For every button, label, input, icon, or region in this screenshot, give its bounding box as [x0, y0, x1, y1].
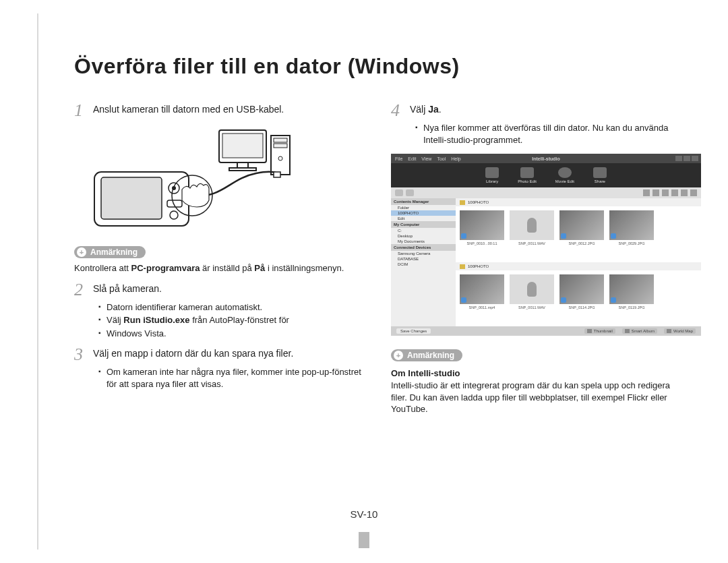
- step-2: 2 Slå på kameran.: [74, 283, 371, 299]
- globe-icon: [667, 329, 671, 333]
- svg-rect-9: [101, 177, 162, 219]
- step-text: Anslut kameran till datorn med en USB-ka…: [93, 103, 284, 116]
- thumbnail[interactable]: SNP_0010...00:11: [460, 210, 504, 258]
- film-reel-icon: [558, 167, 572, 178]
- view-world-map[interactable]: World Map: [664, 328, 696, 334]
- step-number: 4: [391, 102, 410, 119]
- tool-icon[interactable]: [671, 189, 678, 196]
- view-thumbnail[interactable]: Thumbnail: [584, 328, 615, 334]
- close-icon[interactable]: [692, 156, 698, 161]
- tab-share[interactable]: Share: [593, 167, 607, 183]
- folder-icon: [460, 200, 465, 205]
- sidebar-item[interactable]: DCIM: [391, 262, 456, 267]
- t: Om kameran inte har några nya filer, kom…: [107, 366, 371, 390]
- minimize-icon[interactable]: [675, 156, 682, 161]
- sidebar-item[interactable]: Desktop: [391, 233, 456, 239]
- svg-point-13: [170, 211, 178, 219]
- filetype-icon: [461, 297, 466, 303]
- manual-page: Överföra filer till en dator (Windows) 1…: [0, 0, 728, 563]
- t: Ja: [428, 104, 439, 115]
- right-column: 4 Välj Ja. ▪ Nya filer kommer att överfö…: [391, 99, 688, 423]
- left-column: 1 Anslut kameran till datorn med en USB-…: [74, 99, 371, 423]
- step-2-bullet: ▪ Windows Vista.: [98, 328, 371, 340]
- folder-icon: [460, 264, 465, 269]
- t: PC-programvara: [131, 263, 200, 273]
- camera-icon: [485, 167, 499, 178]
- sidebar-item[interactable]: 100PHOTO: [391, 210, 456, 216]
- thumbnail[interactable]: SNP_0119.JPG: [609, 274, 654, 322]
- back-button[interactable]: [395, 189, 403, 196]
- sidebar-item[interactable]: My Documents: [391, 239, 456, 244]
- filetype-icon: [461, 233, 466, 239]
- caption: SNP_0012.JPG: [569, 241, 595, 245]
- app-menubar: File Edit View Tool Help Intelli-studio: [391, 154, 701, 163]
- filetype-icon: [561, 233, 566, 239]
- thumbnail[interactable]: SNP_0011.WAV: [510, 210, 554, 258]
- t: World Map: [673, 329, 693, 333]
- sidebar-item[interactable]: Edit: [391, 216, 456, 221]
- t: Kontrollera att: [74, 263, 131, 273]
- app-tabs: Library Photo Edit Movie Edit Share: [391, 163, 701, 187]
- t: Välj: [410, 104, 428, 115]
- app-body: Contents Manager Folder 100PHOTO Edit My…: [391, 198, 701, 326]
- sidebar-head: Connected Devices: [391, 244, 456, 251]
- note-badge: + Anmärkning: [391, 349, 462, 361]
- bullet-icon: ▪: [98, 314, 107, 326]
- t: .: [439, 104, 442, 115]
- t: Run iStudio.exe: [123, 315, 189, 325]
- step-4-bullet: ▪ Nya filer kommer att överföras till di…: [415, 122, 688, 146]
- album-icon: [625, 329, 630, 333]
- intelli-studio-screenshot: File Edit View Tool Help Intelli-studio …: [391, 154, 701, 336]
- share-icon: [593, 167, 607, 178]
- caption: SNP_0119.JPG: [619, 305, 645, 309]
- thumbnail[interactable]: SNP_0012.JPG: [559, 210, 604, 258]
- tool-icon[interactable]: [643, 189, 650, 196]
- step-text: Välj Ja.: [410, 103, 442, 116]
- svg-rect-2: [237, 162, 248, 168]
- sidebar-item[interactable]: Samsung Camera: [391, 251, 456, 256]
- thumbnail[interactable]: SNP_0011.mp4: [460, 274, 504, 322]
- forward-button[interactable]: [406, 189, 414, 196]
- tool-icon[interactable]: [681, 189, 688, 196]
- thumbnail[interactable]: SNP_0029.JPG: [609, 210, 654, 258]
- svg-rect-16: [274, 172, 280, 177]
- tool-icon[interactable]: [653, 189, 659, 196]
- sidebar-item[interactable]: C:: [391, 228, 456, 233]
- t: Välj Run iStudio.exe från AutoPlay-fönst…: [107, 314, 289, 326]
- caption: SNP_0011.WAV: [518, 241, 545, 245]
- step-1: 1 Anslut kameran till datorn med en USB-…: [74, 103, 371, 119]
- tab-movie-edit[interactable]: Movie Edit: [555, 167, 574, 183]
- bullet-icon: ▪: [98, 366, 107, 390]
- app-title: Intelli-studio: [391, 156, 701, 161]
- t: Photo Edit: [518, 179, 537, 183]
- thumbnail-row: SNP_0010...00:11 SNP_0011.WAV SNP_0012.J…: [456, 206, 701, 262]
- bullet-icon: ▪: [415, 122, 423, 146]
- grid-icon: [587, 329, 592, 333]
- maximize-icon[interactable]: [684, 156, 690, 161]
- t: Windows Vista.: [107, 328, 166, 340]
- save-changes-button[interactable]: Save Changes: [396, 328, 431, 334]
- tab-library[interactable]: Library: [485, 167, 499, 183]
- tool-icon[interactable]: [662, 189, 669, 196]
- sidebar-item[interactable]: DATABASE: [391, 256, 456, 262]
- step-3: 3 Välj en mapp i datorn där du kan spara…: [74, 347, 371, 363]
- thumbnail[interactable]: SNP_0114.JPG: [559, 274, 604, 322]
- thumbnail[interactable]: SNP_0011.WAV: [510, 274, 554, 322]
- step-4: 4 Välj Ja.: [391, 103, 688, 119]
- page-margin-line: [37, 13, 38, 550]
- note-badge: + Anmärkning: [74, 246, 146, 258]
- step-number: 1: [74, 102, 93, 119]
- tab-photo-edit[interactable]: Photo Edit: [518, 167, 537, 183]
- filetype-icon: [611, 233, 616, 239]
- svg-rect-1: [222, 134, 263, 158]
- view-smart-album[interactable]: Smart Album: [622, 328, 657, 334]
- step-2-bullet: ▪ Datorn identifierar kameran automatisk…: [98, 301, 371, 314]
- window-controls: [675, 156, 698, 161]
- tool-icon[interactable]: [690, 189, 697, 196]
- folder-name: 100PHOTO: [468, 200, 489, 204]
- sidebar-item[interactable]: Folder: [391, 205, 456, 210]
- t: Movie Edit: [555, 179, 574, 183]
- t: i inställningsmenyn.: [265, 263, 344, 273]
- t: är inställd på: [200, 263, 254, 273]
- bullet-icon: ▪: [98, 301, 107, 314]
